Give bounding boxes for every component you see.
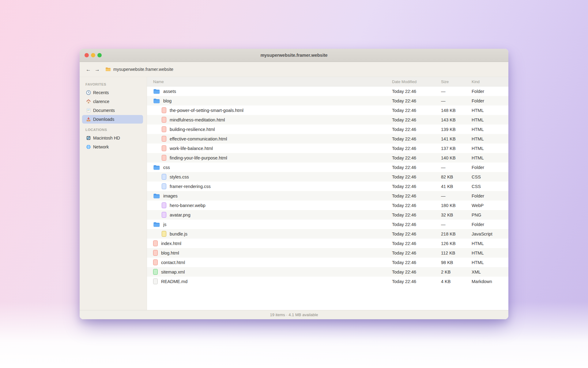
date-modified-cell: Today 22:46 bbox=[392, 146, 441, 151]
file-name: sitemap.xml bbox=[161, 270, 185, 274]
breadcrumb[interactable]: mysuperwebsite.framer.website bbox=[113, 67, 173, 72]
table-row[interactable]: assetsToday 22:46—Folder bbox=[147, 86, 508, 96]
title-bar[interactable]: mysuperwebsite.framer.website bbox=[80, 49, 508, 62]
folder-icon bbox=[153, 193, 160, 199]
css-file-icon bbox=[162, 183, 166, 189]
file-name-cell: bundle.js bbox=[153, 231, 392, 237]
kind-cell: Folder bbox=[472, 165, 508, 170]
globe-icon bbox=[86, 144, 91, 150]
file-name: images bbox=[163, 194, 178, 198]
html-file-icon bbox=[162, 126, 166, 132]
clock-icon bbox=[86, 90, 91, 95]
size-cell: 140 KB bbox=[441, 155, 472, 160]
html-file-icon bbox=[162, 136, 166, 142]
size-cell: 141 KB bbox=[441, 136, 472, 141]
folder-icon bbox=[153, 98, 160, 104]
kind-cell: CSS bbox=[472, 184, 508, 189]
sidebar-item-macintosh-hd[interactable]: Macintosh HD bbox=[82, 134, 143, 142]
table-row[interactable]: avatar.pngToday 22:4632 KBPNG bbox=[147, 210, 508, 220]
file-name: building-resilience.html bbox=[170, 127, 215, 132]
size-cell: 126 KB bbox=[441, 241, 472, 246]
file-name-cell: work-life-balance.html bbox=[153, 145, 392, 151]
table-row[interactable]: blogToday 22:46—Folder bbox=[147, 96, 508, 105]
sidebar-item-label: clarence bbox=[93, 99, 109, 104]
back-arrow-icon[interactable]: ← bbox=[86, 67, 91, 72]
table-row[interactable]: imagesToday 22:46—Folder bbox=[147, 191, 508, 201]
table-row[interactable]: index.htmlToday 22:46126 KBHTML bbox=[147, 239, 508, 248]
date-modified-cell: Today 22:46 bbox=[392, 213, 441, 217]
file-name-cell: blog bbox=[153, 98, 392, 104]
folder-yellow-icon bbox=[105, 67, 111, 71]
date-modified-cell: Today 22:46 bbox=[392, 108, 441, 113]
kind-cell: HTML bbox=[472, 127, 508, 132]
list-header: NameDate ModifiedSizeKind bbox=[147, 77, 508, 86]
file-name: avatar.png bbox=[170, 213, 190, 217]
xml-file-icon bbox=[153, 269, 158, 275]
file-name: index.html bbox=[161, 241, 181, 246]
file-name: README.md bbox=[161, 279, 187, 284]
sidebar-item-clarence[interactable]: clarence bbox=[82, 97, 143, 106]
html-file-icon bbox=[153, 240, 158, 246]
list-rows: assetsToday 22:46—FolderblogToday 22:46—… bbox=[147, 86, 508, 310]
minimize-icon[interactable] bbox=[91, 53, 95, 57]
table-row[interactable]: building-resilience.htmlToday 22:46139 K… bbox=[147, 125, 508, 134]
forward-arrow-icon[interactable]: → bbox=[95, 67, 100, 72]
sidebar-section: FAVORITESRecentsclarenceDocumentsDownloa… bbox=[80, 82, 147, 124]
kind-cell: HTML bbox=[472, 146, 508, 151]
file-name-cell: framer-rendering.css bbox=[153, 183, 392, 189]
file-list: NameDate ModifiedSizeKind assetsToday 22… bbox=[147, 77, 508, 310]
table-row[interactable]: work-life-balance.htmlToday 22:46137 KBH… bbox=[147, 144, 508, 153]
table-row[interactable]: jsToday 22:46—Folder bbox=[147, 220, 508, 229]
sidebar-item-downloads[interactable]: Downloads bbox=[82, 115, 143, 124]
table-row[interactable]: sitemap.xmlToday 22:462 KBXML bbox=[147, 267, 508, 277]
zoom-icon[interactable] bbox=[97, 53, 102, 57]
date-modified-cell: Today 22:46 bbox=[392, 184, 441, 189]
column-header-date-modified[interactable]: Date Modified bbox=[392, 79, 441, 84]
date-modified-cell: Today 22:46 bbox=[392, 117, 441, 122]
folder-icon bbox=[153, 165, 160, 170]
kind-cell: JavaScript bbox=[472, 232, 508, 236]
file-name-cell: sitemap.xml bbox=[153, 269, 392, 275]
table-row[interactable]: cssToday 22:46—Folder bbox=[147, 163, 508, 172]
column-header-kind[interactable]: Kind bbox=[472, 79, 508, 84]
size-cell: 137 KB bbox=[441, 146, 472, 151]
table-row[interactable]: the-power-of-setting-smart-goals.htmlTod… bbox=[147, 105, 508, 115]
table-row[interactable]: contact.htmlToday 22:4698 KBHTML bbox=[147, 258, 508, 267]
size-cell: 180 KB bbox=[441, 203, 472, 208]
date-modified-cell: Today 22:46 bbox=[392, 174, 441, 179]
table-row[interactable]: blog.htmlToday 22:46112 KBHTML bbox=[147, 248, 508, 258]
column-header-size[interactable]: Size bbox=[441, 79, 472, 84]
sidebar-item-label: Recents bbox=[93, 90, 109, 95]
file-name: js bbox=[163, 222, 166, 227]
size-cell: 139 KB bbox=[441, 127, 472, 132]
status-bar: 19 items · 4.1 MB available bbox=[80, 310, 508, 319]
table-row[interactable]: mindfulness-meditation.htmlToday 22:4614… bbox=[147, 115, 508, 125]
table-row[interactable]: styles.cssToday 22:4682 KBCSS bbox=[147, 172, 508, 182]
kind-cell: Markdown bbox=[472, 279, 508, 284]
table-row[interactable]: bundle.jsToday 22:46218 KBJavaScript bbox=[147, 229, 508, 239]
sidebar-item-network[interactable]: Network bbox=[82, 143, 143, 151]
finder-window: mysuperwebsite.framer.website ← → mysupe… bbox=[80, 49, 508, 319]
sidebar: FAVORITESRecentsclarenceDocumentsDownloa… bbox=[80, 77, 147, 310]
table-row[interactable]: hero-banner.webpToday 22:46180 KBWebP bbox=[147, 201, 508, 210]
sidebar-item-label: Macintosh HD bbox=[93, 136, 120, 140]
close-icon[interactable] bbox=[85, 53, 89, 57]
table-row[interactable]: README.mdToday 22:464 KBMarkdown bbox=[147, 277, 508, 286]
window-controls bbox=[85, 49, 102, 62]
file-name: css bbox=[163, 165, 170, 170]
file-name: blog.html bbox=[161, 251, 179, 255]
html-file-icon bbox=[162, 117, 166, 123]
file-name-cell: images bbox=[153, 193, 392, 199]
file-name: mindfulness-meditation.html bbox=[170, 117, 225, 122]
file-name-cell: building-resilience.html bbox=[153, 126, 392, 132]
table-row[interactable]: finding-your-life-purpose.htmlToday 22:4… bbox=[147, 153, 508, 163]
column-header-name[interactable]: Name bbox=[153, 79, 392, 84]
sidebar-item-recents[interactable]: Recents bbox=[82, 88, 143, 97]
file-name: bundle.js bbox=[170, 232, 187, 236]
date-modified-cell: Today 22:46 bbox=[392, 89, 441, 94]
table-row[interactable]: framer-rendering.cssToday 22:4641 KBCSS bbox=[147, 182, 508, 191]
kind-cell: Folder bbox=[472, 98, 508, 103]
table-row[interactable]: effective-communication.htmlToday 22:461… bbox=[147, 134, 508, 144]
sidebar-item-label: Documents bbox=[93, 108, 115, 113]
sidebar-item-documents[interactable]: Documents bbox=[82, 106, 143, 115]
